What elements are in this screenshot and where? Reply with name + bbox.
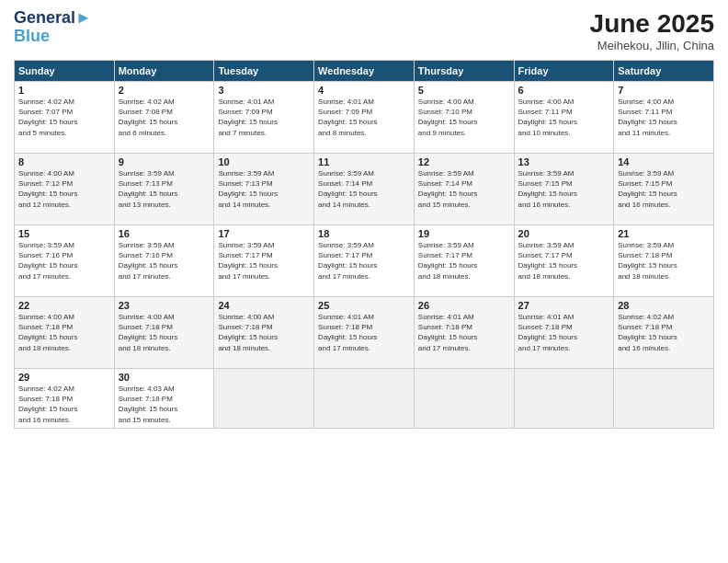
- day-info: Sunrise: 4:01 AMSunset: 7:18 PMDaylight:…: [318, 312, 410, 353]
- calendar-cell: [514, 369, 614, 429]
- day-number: 2: [119, 85, 210, 96]
- day-number: 18: [318, 228, 410, 239]
- day-number: 19: [418, 228, 510, 239]
- day-number: 17: [218, 228, 310, 239]
- calendar-cell: 18Sunrise: 3:59 AMSunset: 7:17 PMDayligh…: [314, 225, 415, 297]
- day-info: Sunrise: 3:59 AMSunset: 7:13 PMDaylight:…: [119, 168, 210, 210]
- day-number: 3: [218, 85, 310, 96]
- day-info: Sunrise: 4:01 AMSunset: 7:18 PMDaylight:…: [418, 312, 510, 353]
- calendar-week-row: 1Sunrise: 4:02 AMSunset: 7:07 PMDaylight…: [15, 82, 714, 154]
- calendar-cell: [414, 369, 514, 429]
- calendar-cell: 10Sunrise: 3:59 AMSunset: 7:13 PMDayligh…: [214, 154, 314, 225]
- calendar-cell: 19Sunrise: 3:59 AMSunset: 7:17 PMDayligh…: [414, 225, 514, 297]
- calendar-cell: 29Sunrise: 4:02 AMSunset: 7:18 PMDayligh…: [15, 369, 115, 429]
- weekday-header: Monday: [114, 61, 214, 82]
- day-number: 15: [18, 228, 110, 239]
- day-number: 29: [18, 372, 110, 383]
- calendar-cell: 2Sunrise: 4:02 AMSunset: 7:08 PMDaylight…: [114, 82, 214, 154]
- day-number: 23: [119, 300, 210, 311]
- day-info: Sunrise: 4:00 AMSunset: 7:18 PMDaylight:…: [218, 312, 310, 353]
- calendar-cell: 4Sunrise: 4:01 AMSunset: 7:09 PMDaylight…: [314, 82, 415, 154]
- day-info: Sunrise: 4:02 AMSunset: 7:18 PMDaylight:…: [618, 312, 710, 353]
- calendar-cell: 11Sunrise: 3:59 AMSunset: 7:14 PMDayligh…: [314, 154, 415, 225]
- calendar: SundayMondayTuesdayWednesdayThursdayFrid…: [14, 60, 714, 429]
- weekday-header: Friday: [514, 61, 614, 82]
- weekday-header: Wednesday: [314, 61, 415, 82]
- day-info: Sunrise: 3:59 AMSunset: 7:15 PMDaylight:…: [518, 168, 610, 210]
- day-number: 13: [518, 156, 610, 167]
- calendar-cell: [614, 369, 714, 429]
- calendar-cell: 26Sunrise: 4:01 AMSunset: 7:18 PMDayligh…: [414, 297, 514, 369]
- day-number: 7: [618, 85, 710, 96]
- calendar-cell: 21Sunrise: 3:59 AMSunset: 7:18 PMDayligh…: [614, 225, 714, 297]
- calendar-cell: 8Sunrise: 4:00 AMSunset: 7:12 PMDaylight…: [15, 154, 115, 225]
- day-info: Sunrise: 4:01 AMSunset: 7:18 PMDaylight:…: [518, 312, 610, 353]
- day-info: Sunrise: 3:59 AMSunset: 7:15 PMDaylight:…: [618, 168, 710, 210]
- weekday-header: Sunday: [15, 61, 115, 82]
- day-number: 1: [18, 85, 110, 96]
- day-number: 4: [318, 85, 410, 96]
- day-info: Sunrise: 4:00 AMSunset: 7:18 PMDaylight:…: [18, 312, 110, 353]
- calendar-week-row: 8Sunrise: 4:00 AMSunset: 7:12 PMDaylight…: [15, 154, 714, 225]
- calendar-cell: 12Sunrise: 3:59 AMSunset: 7:14 PMDayligh…: [414, 154, 514, 225]
- day-number: 16: [119, 228, 210, 239]
- day-number: 27: [518, 300, 610, 311]
- day-info: Sunrise: 3:59 AMSunset: 7:16 PMDaylight:…: [18, 240, 110, 282]
- day-info: Sunrise: 3:59 AMSunset: 7:16 PMDaylight:…: [119, 240, 210, 282]
- logo: General► Blue: [14, 9, 92, 46]
- day-info: Sunrise: 3:59 AMSunset: 7:17 PMDaylight:…: [218, 240, 310, 282]
- day-number: 28: [618, 300, 710, 311]
- day-number: 9: [119, 156, 210, 167]
- calendar-cell: 17Sunrise: 3:59 AMSunset: 7:17 PMDayligh…: [214, 225, 314, 297]
- day-number: 25: [318, 300, 410, 311]
- calendar-cell: 7Sunrise: 4:00 AMSunset: 7:11 PMDaylight…: [614, 82, 714, 154]
- calendar-cell: 28Sunrise: 4:02 AMSunset: 7:18 PMDayligh…: [614, 297, 714, 369]
- location: Meihekou, Jilin, China: [590, 39, 714, 52]
- page: General► Blue June 2025 Meihekou, Jilin,…: [0, 0, 728, 563]
- calendar-cell: 13Sunrise: 3:59 AMSunset: 7:15 PMDayligh…: [514, 154, 614, 225]
- calendar-cell: 30Sunrise: 4:03 AMSunset: 7:18 PMDayligh…: [114, 369, 214, 429]
- day-info: Sunrise: 3:59 AMSunset: 7:18 PMDaylight:…: [618, 240, 710, 282]
- calendar-cell: 15Sunrise: 3:59 AMSunset: 7:16 PMDayligh…: [15, 225, 115, 297]
- day-info: Sunrise: 3:59 AMSunset: 7:14 PMDaylight:…: [418, 168, 510, 210]
- calendar-cell: 23Sunrise: 4:00 AMSunset: 7:18 PMDayligh…: [114, 297, 214, 369]
- day-info: Sunrise: 3:59 AMSunset: 7:13 PMDaylight:…: [218, 168, 310, 210]
- day-number: 22: [18, 300, 110, 311]
- day-number: 21: [618, 228, 710, 239]
- calendar-week-row: 22Sunrise: 4:00 AMSunset: 7:18 PMDayligh…: [15, 297, 714, 369]
- logo-text: General►: [14, 9, 92, 28]
- calendar-cell: 5Sunrise: 4:00 AMSunset: 7:10 PMDaylight…: [414, 82, 514, 154]
- day-info: Sunrise: 4:02 AMSunset: 7:18 PMDaylight:…: [18, 384, 110, 425]
- day-info: Sunrise: 3:59 AMSunset: 7:17 PMDaylight:…: [518, 240, 610, 282]
- day-number: 26: [418, 300, 510, 311]
- day-number: 8: [18, 156, 110, 167]
- day-number: 24: [218, 300, 310, 311]
- day-number: 5: [418, 85, 510, 96]
- calendar-cell: 22Sunrise: 4:00 AMSunset: 7:18 PMDayligh…: [15, 297, 115, 369]
- day-info: Sunrise: 4:00 AMSunset: 7:11 PMDaylight:…: [518, 97, 610, 138]
- day-number: 10: [218, 156, 310, 167]
- day-info: Sunrise: 3:59 AMSunset: 7:14 PMDaylight:…: [318, 168, 410, 210]
- title-block: June 2025 Meihekou, Jilin, China: [590, 9, 714, 52]
- day-info: Sunrise: 4:03 AMSunset: 7:18 PMDaylight:…: [119, 384, 210, 425]
- calendar-cell: 3Sunrise: 4:01 AMSunset: 7:09 PMDaylight…: [214, 82, 314, 154]
- day-number: 20: [518, 228, 610, 239]
- day-info: Sunrise: 4:00 AMSunset: 7:10 PMDaylight:…: [418, 97, 510, 138]
- day-info: Sunrise: 3:59 AMSunset: 7:17 PMDaylight:…: [418, 240, 510, 282]
- calendar-cell: [314, 369, 415, 429]
- weekday-header: Tuesday: [214, 61, 314, 82]
- header: General► Blue June 2025 Meihekou, Jilin,…: [14, 9, 714, 52]
- day-info: Sunrise: 4:02 AMSunset: 7:08 PMDaylight:…: [119, 97, 210, 138]
- day-number: 30: [119, 372, 210, 383]
- calendar-cell: 6Sunrise: 4:00 AMSunset: 7:11 PMDaylight…: [514, 82, 614, 154]
- calendar-week-row: 15Sunrise: 3:59 AMSunset: 7:16 PMDayligh…: [15, 225, 714, 297]
- day-info: Sunrise: 4:01 AMSunset: 7:09 PMDaylight:…: [218, 97, 310, 138]
- day-number: 6: [518, 85, 610, 96]
- calendar-cell: 14Sunrise: 3:59 AMSunset: 7:15 PMDayligh…: [614, 154, 714, 225]
- calendar-cell: 24Sunrise: 4:00 AMSunset: 7:18 PMDayligh…: [214, 297, 314, 369]
- day-info: Sunrise: 4:00 AMSunset: 7:12 PMDaylight:…: [18, 168, 110, 210]
- day-info: Sunrise: 4:02 AMSunset: 7:07 PMDaylight:…: [18, 97, 110, 138]
- month-title: June 2025: [590, 9, 714, 39]
- calendar-cell: 9Sunrise: 3:59 AMSunset: 7:13 PMDaylight…: [114, 154, 214, 225]
- calendar-cell: 16Sunrise: 3:59 AMSunset: 7:16 PMDayligh…: [114, 225, 214, 297]
